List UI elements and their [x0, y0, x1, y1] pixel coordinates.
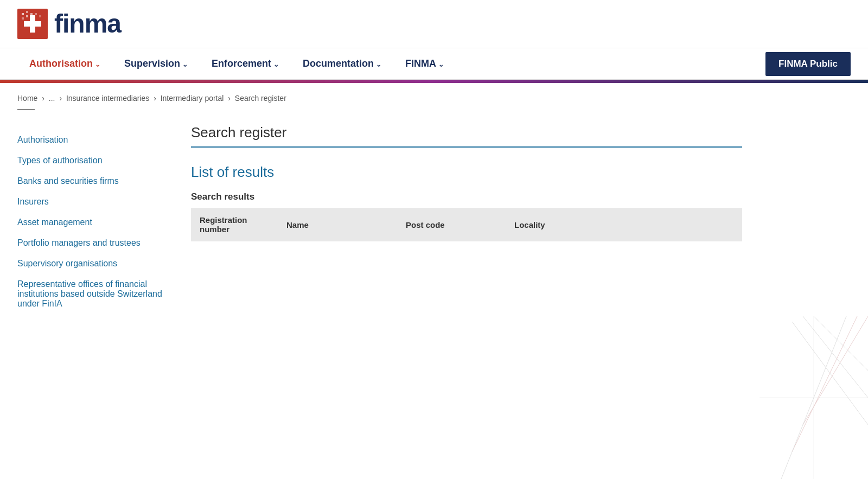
search-results-label: Search results: [191, 191, 742, 202]
nav-item-finma[interactable]: FINMA ⌄: [393, 48, 456, 79]
sidebar: Authorisation Types of authorisation Ban…: [17, 124, 169, 314]
results-table: Registration number Name Post code Local…: [191, 208, 742, 241]
chevron-down-icon: ⌄: [376, 61, 381, 68]
nav-item-documentation[interactable]: Documentation ⌄: [291, 48, 393, 79]
sidebar-item-representative-offices[interactable]: Representative offices of financial inst…: [17, 274, 169, 314]
col-header-locality: Locality: [506, 208, 742, 241]
main-nav: Authorisation ⌄ Supervision ⌄ Enforcemen…: [0, 48, 868, 80]
chevron-down-icon: ⌄: [182, 61, 188, 68]
nav-item-supervision[interactable]: Supervision ⌄: [112, 48, 200, 79]
col-header-name: Name: [278, 208, 397, 241]
sidebar-item-supervisory-organisations[interactable]: Supervisory organisations: [17, 253, 169, 274]
list-of-results-title: List of results: [191, 164, 742, 181]
svg-rect-2: [26, 11, 28, 13]
breadcrumb-insurance-intermediaries[interactable]: Insurance intermediaries: [66, 94, 149, 103]
svg-line-16: [781, 316, 846, 325]
svg-line-13: [792, 322, 868, 325]
chevron-down-icon: ⌄: [438, 61, 444, 68]
sidebar-item-asset-management[interactable]: Asset management: [17, 212, 169, 233]
nav-item-authorisation[interactable]: Authorisation ⌄: [17, 48, 112, 79]
main-layout: Authorisation Types of authorisation Ban…: [0, 113, 760, 325]
sidebar-item-authorisation[interactable]: Authorisation: [17, 130, 169, 150]
sidebar-item-insurers[interactable]: Insurers: [17, 191, 169, 212]
logo-text: finma: [54, 11, 121, 37]
svg-rect-10: [24, 21, 41, 27]
logo-area: finma: [17, 9, 121, 39]
nav-item-enforcement[interactable]: Enforcement ⌄: [200, 48, 291, 79]
breadcrumb-current: Search register: [235, 94, 286, 103]
chevron-down-icon: ⌄: [95, 61, 100, 68]
sidebar-item-banks-securities[interactable]: Banks and securities firms: [17, 171, 169, 191]
main-content: Search register List of results Search r…: [191, 124, 742, 314]
svg-rect-3: [30, 13, 33, 15]
header: finma: [0, 0, 868, 48]
breadcrumb-underline: [17, 109, 35, 110]
svg-rect-1: [22, 13, 24, 15]
svg-line-15: [792, 316, 857, 325]
svg-rect-5: [26, 15, 28, 17]
svg-rect-7: [35, 13, 37, 15]
finma-public-button[interactable]: FINMA Public: [765, 52, 851, 76]
svg-line-14: [803, 316, 868, 325]
col-header-registration: Registration number: [191, 208, 278, 241]
sidebar-item-types-of-authorisation[interactable]: Types of authorisation: [17, 150, 169, 171]
breadcrumb: Home › ... › Insurance intermediaries › …: [0, 83, 868, 106]
page-title: Search register: [191, 124, 742, 148]
svg-line-12: [803, 316, 868, 325]
table-header-row: Registration number Name Post code Local…: [191, 208, 742, 241]
svg-line-11: [814, 316, 868, 325]
breadcrumb-intermediary-portal[interactable]: Intermediary portal: [161, 94, 224, 103]
svg-rect-4: [22, 17, 24, 20]
decorative-graphic: [760, 316, 868, 325]
svg-rect-8: [39, 15, 41, 17]
col-header-postcode: Post code: [397, 208, 506, 241]
sidebar-item-portfolio-managers[interactable]: Portfolio managers and trustees: [17, 233, 169, 253]
finma-logo-icon: [17, 9, 48, 39]
chevron-down-icon: ⌄: [273, 61, 279, 68]
breadcrumb-home[interactable]: Home: [17, 94, 37, 103]
